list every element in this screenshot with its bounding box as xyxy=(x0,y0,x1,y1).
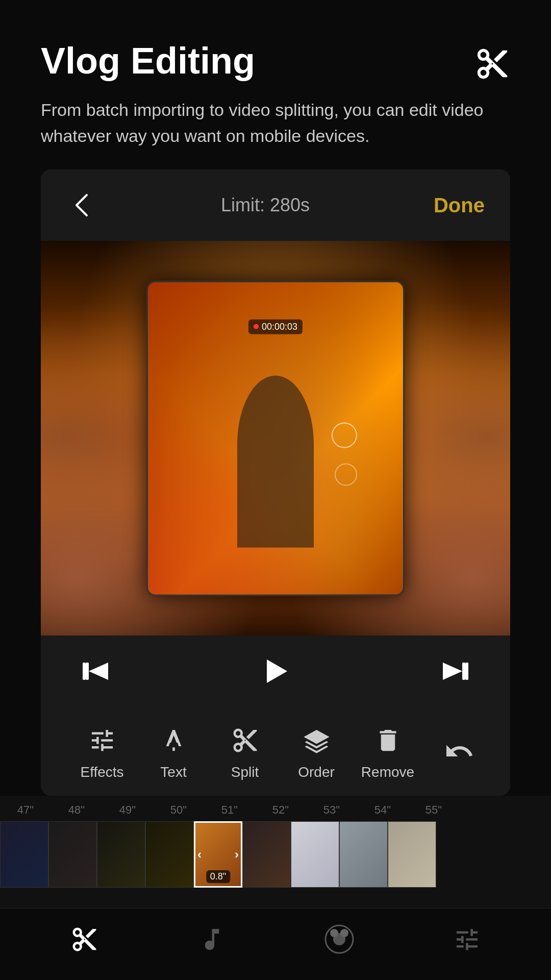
subtitle-text: From batch importing to video splitting,… xyxy=(41,97,510,149)
header-top: Vlog Editing xyxy=(41,41,510,82)
clip-arrow-left: ‹ xyxy=(197,847,202,862)
remove-label: Remove xyxy=(361,764,414,780)
clip-5-selected[interactable]: ‹ › 0.8" xyxy=(194,821,242,888)
clip-2[interactable] xyxy=(48,821,97,888)
skip-back-button[interactable] xyxy=(82,658,112,684)
ruler-mark-50: 50" xyxy=(153,803,204,817)
scissors-icon-header[interactable] xyxy=(474,46,510,82)
undo-button[interactable] xyxy=(439,731,480,772)
page-title: Vlog Editing xyxy=(41,41,255,81)
ruler-mark-53: 53" xyxy=(306,803,357,817)
scissors-small-icon xyxy=(231,726,259,754)
sliders-nav-icon xyxy=(453,925,481,953)
recording-badge: 00:00:03 xyxy=(248,320,303,334)
video-scene: 00:00:03 xyxy=(41,241,510,635)
back-chevron-icon xyxy=(71,192,92,218)
clip-thumb-2 xyxy=(49,822,96,887)
adjustments-nav-icon-box xyxy=(452,924,482,954)
layers-icon xyxy=(303,726,331,754)
video-preview: 00:00:03 xyxy=(41,241,510,635)
svg-rect-1 xyxy=(86,663,89,680)
effects-circle-icon-box xyxy=(324,924,355,954)
ruler-label-51: 51" xyxy=(221,803,238,817)
timeline-clips: ‹ › 0.8" xyxy=(0,821,551,900)
undo-icon xyxy=(444,736,474,767)
header-section: Vlog Editing From batch importing to vid… xyxy=(0,0,551,169)
clip-3[interactable] xyxy=(97,821,145,888)
clip-thumb-7 xyxy=(291,822,339,887)
ruler-label-50: 50" xyxy=(170,803,187,817)
clip-9[interactable] xyxy=(388,821,436,888)
ruler-mark-51: 51" xyxy=(204,803,255,817)
clip-thumb-9 xyxy=(388,822,436,887)
clip-thumb-4 xyxy=(146,822,193,887)
nav-music[interactable] xyxy=(196,924,227,954)
skip-forward-button[interactable] xyxy=(439,658,469,684)
ruler-mark-48: 48" xyxy=(51,803,102,817)
ruler-label-47: 47" xyxy=(17,803,34,817)
clip-6[interactable] xyxy=(242,821,291,888)
editor-top-bar: Limit: 280s Done xyxy=(41,169,510,241)
clip-8[interactable] xyxy=(339,821,388,888)
nav-scissors[interactable] xyxy=(69,924,99,954)
ruler-mark-54: 54" xyxy=(357,803,408,817)
clip-duration-text: 0.8" xyxy=(210,871,226,881)
clip-thumb-8 xyxy=(340,822,387,887)
nav-adjustments[interactable] xyxy=(452,924,482,954)
trash-icon xyxy=(374,726,402,754)
recording-dot xyxy=(254,324,259,329)
done-button[interactable]: Done xyxy=(434,194,485,217)
clip-thumb-1 xyxy=(1,822,48,887)
svg-rect-3 xyxy=(462,663,465,680)
scissors-nav-icon-box xyxy=(69,924,99,954)
ruler-label-54: 54" xyxy=(374,803,391,817)
ruler-mark-55: 55" xyxy=(408,803,459,817)
svg-rect-2 xyxy=(465,663,468,680)
ruler-label-49: 49" xyxy=(119,803,136,817)
ruler-mark-52: 52" xyxy=(255,803,306,817)
svg-rect-4 xyxy=(172,747,175,751)
bottom-nav xyxy=(0,908,551,980)
music-note-icon xyxy=(198,925,226,953)
ruler-label-48: 48" xyxy=(68,803,85,817)
limit-text: Limit: 280s xyxy=(221,194,310,216)
ruler-mark-47: 47" xyxy=(0,803,51,817)
split-icon-box xyxy=(227,722,263,758)
ruler-label-55: 55" xyxy=(425,803,442,817)
clip-thumb-3 xyxy=(97,822,145,887)
text-label: Text xyxy=(160,764,186,780)
split-label: Split xyxy=(231,764,259,780)
skip-forward-icon xyxy=(439,658,469,684)
ruler-mark-49: 49" xyxy=(102,803,153,817)
skip-back-icon xyxy=(82,658,112,684)
effects-circle-icon xyxy=(324,924,355,954)
editor-container: Limit: 280s Done 00:00:03 xyxy=(41,169,510,796)
order-tool[interactable]: Order xyxy=(286,722,347,780)
order-icon-box xyxy=(298,722,334,758)
play-button[interactable] xyxy=(258,653,293,689)
clip-duration-badge: 0.8" xyxy=(206,870,230,883)
focus-circle-outer xyxy=(332,423,357,448)
play-icon xyxy=(258,653,293,689)
back-button[interactable] xyxy=(66,190,97,220)
text-cursor-icon xyxy=(160,726,188,754)
timeline-section[interactable]: 47" 48" 49" 50" 51" 52" 53" 54" xyxy=(0,796,551,908)
text-tool[interactable]: Text xyxy=(143,722,204,780)
playback-controls xyxy=(41,635,510,707)
clip-7[interactable] xyxy=(291,821,339,888)
svg-point-7 xyxy=(330,929,338,937)
nav-effects-circle[interactable] xyxy=(324,924,355,954)
ruler-label-52: 52" xyxy=(272,803,289,817)
music-nav-icon-box xyxy=(196,924,227,954)
svg-point-8 xyxy=(340,929,348,937)
recording-time: 00:00:03 xyxy=(262,322,297,332)
sliders-icon xyxy=(88,726,116,754)
split-tool[interactable]: Split xyxy=(214,722,276,780)
effects-icon-box xyxy=(84,722,120,758)
clip-4[interactable] xyxy=(145,821,194,888)
clip-1[interactable] xyxy=(0,821,48,888)
effects-tool[interactable]: Effects xyxy=(71,722,133,780)
remove-tool[interactable]: Remove xyxy=(357,722,418,780)
inner-phone-screen: 00:00:03 xyxy=(148,282,403,594)
person-silhouette xyxy=(237,376,314,548)
